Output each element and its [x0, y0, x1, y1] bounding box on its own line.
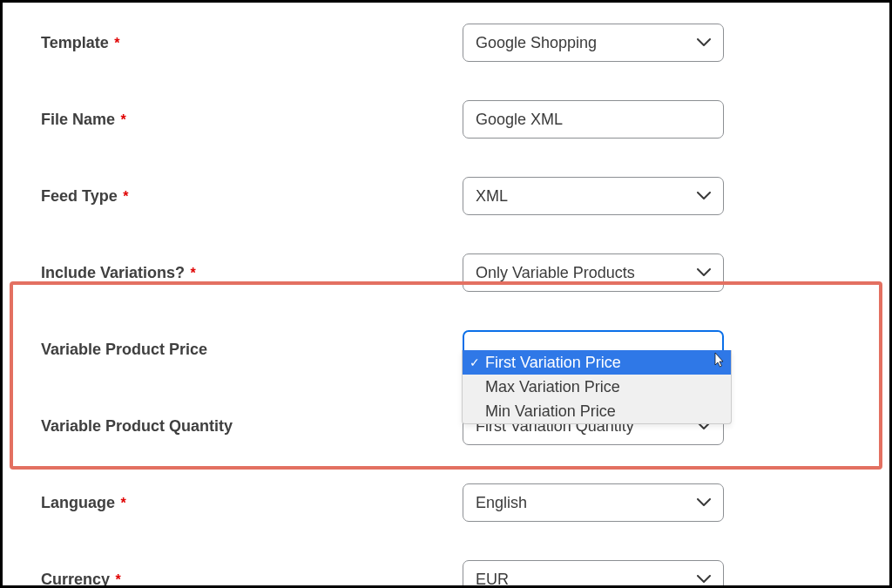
- currency-select-value: EUR: [476, 571, 509, 589]
- label-feed-type-col: Feed Type *: [41, 187, 463, 206]
- feed-type-select-value: XML: [476, 187, 508, 206]
- feed-type-select[interactable]: XML: [463, 177, 724, 215]
- label-include-variations-col: Include Variations? *: [41, 264, 463, 282]
- label-language-col: Language *: [41, 494, 463, 512]
- template-select[interactable]: Google Shopping: [463, 24, 724, 62]
- label-currency: Currency: [41, 571, 110, 588]
- label-template-col: Template *: [41, 34, 463, 52]
- label-currency-col: Currency *: [41, 571, 463, 589]
- include-variations-select[interactable]: Only Variable Products: [463, 253, 724, 292]
- row-currency: Currency * EUR: [41, 558, 856, 588]
- language-select-value: English: [476, 494, 527, 512]
- label-template: Template: [41, 34, 109, 51]
- required-mark: *: [121, 112, 126, 127]
- dropdown-option-max-variation-price[interactable]: Max Variation Price: [463, 375, 731, 399]
- chevron-down-icon: [697, 268, 711, 277]
- row-feed-type: Feed Type * XML: [41, 175, 856, 217]
- settings-form: Template * Google Shopping File Name * F…: [0, 0, 892, 588]
- required-mark: *: [114, 36, 119, 51]
- file-name-input[interactable]: [476, 111, 688, 129]
- cursor-icon: [710, 352, 726, 369]
- required-mark: *: [123, 189, 128, 204]
- variable-product-price-dropdown: First Variation Price Max Variation Pric…: [462, 350, 732, 424]
- dropdown-option-min-variation-price[interactable]: Min Variation Price: [463, 399, 731, 423]
- label-variable-product-quantity: Variable Product Quantity: [41, 417, 233, 435]
- variable-product-price-select[interactable]: First Variation Price Max Variation Pric…: [463, 330, 724, 368]
- field-template-col: Google Shopping: [463, 24, 724, 62]
- label-file-name-col: File Name *: [41, 111, 463, 129]
- chevron-down-icon: [697, 575, 711, 584]
- label-variable-product-quantity-col: Variable Product Quantity: [41, 417, 463, 436]
- chevron-down-icon: [697, 38, 711, 47]
- row-language: Language * English: [41, 482, 856, 524]
- label-file-name: File Name: [41, 111, 115, 128]
- label-include-variations: Include Variations?: [41, 264, 185, 281]
- required-mark: *: [191, 266, 196, 280]
- file-name-input-wrapper: [463, 100, 724, 139]
- row-template: Template * Google Shopping: [41, 22, 856, 64]
- label-feed-type: Feed Type: [41, 187, 118, 205]
- language-select[interactable]: English: [463, 483, 724, 522]
- field-variable-product-price-col: First Variation Price Max Variation Pric…: [463, 330, 724, 368]
- field-language-col: English: [463, 483, 724, 522]
- row-include-variations: Include Variations? * Only Variable Prod…: [41, 252, 856, 294]
- field-currency-col: EUR: [463, 560, 724, 588]
- label-variable-product-price-col: Variable Product Price: [41, 341, 463, 359]
- currency-select[interactable]: EUR: [463, 560, 724, 588]
- required-mark: *: [115, 572, 120, 587]
- row-variable-product-price: Variable Product Price First Variation P…: [41, 328, 856, 370]
- row-variable-product-quantity: Variable Product Quantity First Variatio…: [41, 405, 856, 447]
- chevron-down-icon: [697, 192, 711, 200]
- field-feed-type-col: XML: [463, 177, 724, 215]
- chevron-down-icon: [697, 498, 711, 507]
- required-mark: *: [120, 496, 125, 510]
- field-include-variations-col: Only Variable Products: [463, 253, 724, 292]
- field-file-name-col: [463, 100, 724, 139]
- include-variations-select-value: Only Variable Products: [476, 264, 635, 282]
- template-select-value: Google Shopping: [476, 34, 597, 52]
- dropdown-option-first-variation-price[interactable]: First Variation Price: [463, 350, 731, 375]
- label-variable-product-price: Variable Product Price: [41, 341, 207, 358]
- row-file-name: File Name *: [41, 98, 856, 140]
- label-language: Language: [41, 494, 115, 511]
